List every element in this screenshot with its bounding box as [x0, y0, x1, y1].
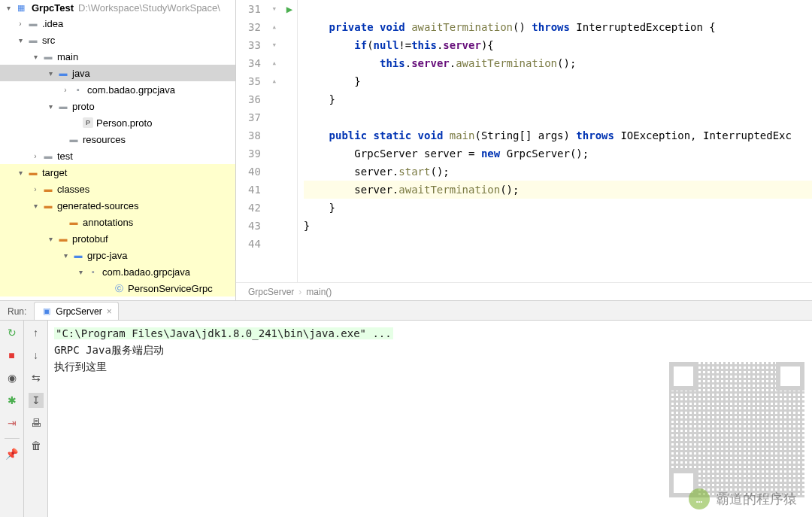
separator [5, 438, 20, 439]
tree-item-protobuf[interactable]: ▾ ▬ protobuf [0, 230, 235, 247]
resources-folder-icon: ▬ [68, 133, 80, 145]
tree-item-grpc-file[interactable]: ⓒ PersonServiceGrpc [0, 280, 235, 297]
watermark-text: … 霸道的程序猿 [689, 488, 797, 509]
chevron-down-icon: ▾ [15, 167, 26, 178]
line-numbers: 3132333435363738394041424344 [236, 0, 267, 282]
tree-item-person-proto[interactable]: P Person.proto [0, 114, 235, 131]
tree-item-grpc-java[interactable]: ▾ ▬ grpc-java [0, 247, 235, 263]
run-config-icon: ▣ [41, 306, 53, 318]
tree-item-classes[interactable]: › ▬ classes [0, 181, 235, 197]
tree-label: target [42, 167, 67, 178]
folder-icon: ▬ [57, 100, 69, 112]
source-folder-icon: ▬ [72, 249, 84, 261]
run-toolbar-right: ↑ ↓ ⇆ ↧ 🖶 🗑 [24, 321, 48, 517]
tree-label: java [72, 68, 90, 79]
chevron-down-icon: ▾ [45, 68, 56, 78]
clear-button[interactable]: 🗑 [29, 438, 44, 453]
tree-label: protobuf [72, 233, 108, 245]
tree-item-target[interactable]: ▾ ▬ target [0, 164, 235, 181]
tree-label: PersonServiceGrpc [128, 283, 213, 294]
tree-item-gensrc[interactable]: ▾ ▬ generated-sources [0, 197, 235, 214]
tree-label: main [57, 51, 78, 62]
folder-icon: ▬ [57, 233, 69, 245]
console-output[interactable]: "C:\Program Files\Java\jdk1.8.0_241\bin\… [48, 321, 812, 517]
print-button[interactable]: 🖶 [29, 415, 44, 430]
breadcrumb[interactable]: GrpcServer › main() [236, 282, 812, 300]
soft-wrap-button[interactable]: ⇆ [29, 370, 44, 385]
wechat-icon: … [689, 488, 710, 509]
screenshot-button[interactable]: ◉ [5, 370, 20, 385]
chevron-right-icon: › [60, 84, 71, 95]
run-toolbar-left: ↻ ■ ◉ ✱ ⇥ 📌 [0, 321, 24, 517]
fold-column[interactable]: ▾▴▾▴▴ [267, 0, 282, 282]
tree-item-proto[interactable]: ▾ ▬ proto [0, 98, 235, 114]
tree-label: Person.proto [96, 117, 152, 129]
tree-item-resources[interactable]: ▬ resources [0, 131, 235, 147]
tree-label: resources [83, 134, 126, 145]
tree-label: com.badao.grpcjava [87, 84, 175, 96]
exit-button[interactable]: ⇥ [5, 415, 20, 430]
chevron-right-icon: › [15, 18, 26, 29]
target-folder-icon: ▬ [27, 166, 39, 178]
debug-button[interactable]: ✱ [5, 393, 20, 408]
tree-item-annotations[interactable]: ▬ annotations [0, 214, 235, 230]
run-panel[interactable]: Run: ▣ GrpcServer × ↻ ■ ◉ ✱ ⇥ 📌 ↑ ↓ ⇆ ↧ … [0, 301, 812, 517]
folder-icon: ▬ [42, 150, 54, 162]
tree-label: proto [72, 101, 95, 112]
tree-label: generated-sources [57, 200, 138, 211]
code-content[interactable]: private void awaitTermination() throws I… [298, 0, 812, 282]
down-button[interactable]: ↓ [29, 348, 44, 363]
close-icon[interactable]: × [107, 306, 112, 317]
tree-label: src [42, 35, 55, 46]
watermark-label: 霸道的程序猿 [716, 491, 797, 507]
scroll-button[interactable]: ↧ [29, 393, 44, 408]
chevron-down-icon: ▾ [45, 233, 56, 244]
chevron-down-icon: ▾ [60, 250, 71, 260]
package-icon: ▪ [87, 266, 99, 278]
up-button[interactable]: ↑ [29, 325, 44, 340]
rerun-button[interactable]: ↻ [5, 325, 20, 340]
tree-label: classes [57, 184, 89, 195]
folder-icon: ▬ [42, 183, 54, 195]
project-name: GrpcTest [32, 2, 74, 14]
folder-icon: ▬ [42, 199, 54, 211]
tree-item-idea[interactable]: › ▬ .idea [0, 15, 235, 32]
run-tab-name: GrpcServer [56, 306, 102, 317]
tree-item-pkg[interactable]: › ▪ com.badao.grpcjava [0, 81, 235, 98]
editor-gutter: 3132333435363738394041424344 ▾▴▾▴▴ ▶ [236, 0, 298, 282]
run-tab[interactable]: ▣ GrpcServer × [34, 302, 118, 320]
chevron-right-icon: › [298, 287, 301, 297]
project-tree[interactable]: ▾ ▦ GrpcTest D:\Workspace\StudyWorkSpace… [0, 0, 236, 300]
tree-label: annotations [83, 217, 133, 228]
class-file-icon: ⓒ [113, 282, 125, 294]
breadcrumb-class[interactable]: GrpcServer [248, 287, 294, 297]
project-path: D:\Workspace\StudyWorkSpace\ [78, 2, 220, 14]
stop-button[interactable]: ■ [5, 348, 20, 363]
folder-icon: ▬ [27, 34, 39, 46]
chevron-down-icon: ▾ [30, 51, 41, 62]
qr-watermark [669, 362, 804, 497]
source-folder-icon: ▬ [57, 67, 69, 79]
tree-item-src[interactable]: ▾ ▬ src [0, 32, 235, 48]
package-icon: ▪ [72, 84, 84, 96]
chevron-down-icon: ▾ [75, 266, 86, 277]
tree-label: grpc-java [87, 250, 127, 261]
run-panel-label: Run: [0, 303, 34, 320]
console-line: GRPC Java服务端启动 [54, 342, 806, 358]
folder-icon: ▬ [42, 50, 54, 62]
tree-root[interactable]: ▾ ▦ GrpcTest D:\Workspace\StudyWorkSpace… [0, 0, 235, 15]
run-marker-column[interactable]: ▶ [282, 0, 297, 282]
tree-item-java[interactable]: ▾ ▬ java [0, 65, 235, 81]
tree-item-test[interactable]: › ▬ test [0, 147, 235, 164]
chevron-right-icon: › [30, 184, 41, 194]
chevron-right-icon: › [30, 151, 41, 161]
project-icon: ▦ [15, 2, 27, 14]
code-editor[interactable]: 3132333435363738394041424344 ▾▴▾▴▴ ▶ pri… [236, 0, 812, 300]
console-command: "C:\Program Files\Java\jdk1.8.0_241\bin\… [54, 327, 393, 339]
pin-button[interactable]: 📌 [5, 446, 20, 461]
tree-item-grpc-pkg[interactable]: ▾ ▪ com.badao.grpcjava [0, 263, 235, 280]
breadcrumb-method[interactable]: main() [306, 287, 332, 297]
tree-label: .idea [42, 18, 63, 29]
chevron-down-icon: ▾ [3, 2, 14, 13]
tree-item-main[interactable]: ▾ ▬ main [0, 48, 235, 65]
